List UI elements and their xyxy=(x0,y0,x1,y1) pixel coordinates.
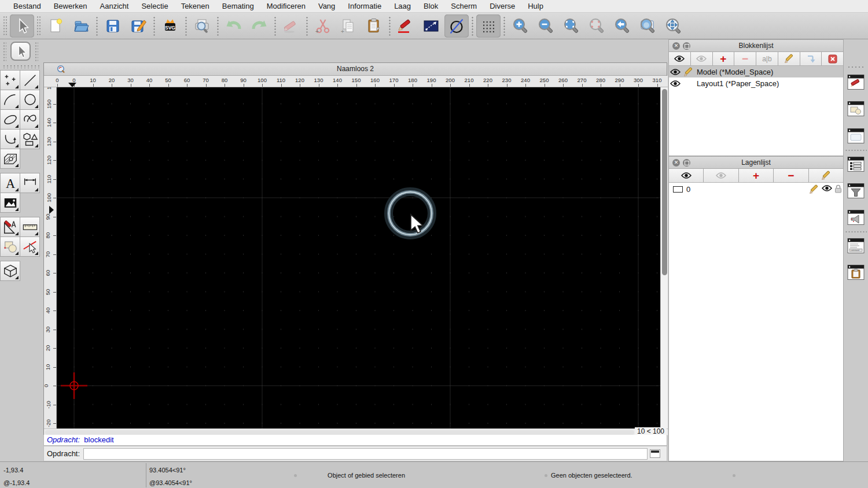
dimension-tool-button[interactable] xyxy=(20,173,40,193)
save-button[interactable] xyxy=(101,14,125,38)
menu-item-tekenen[interactable]: Tekenen xyxy=(175,2,216,10)
hide-all-blocks-button[interactable] xyxy=(691,52,713,65)
points-tool-button[interactable] xyxy=(0,70,20,90)
open-drawing-button[interactable] xyxy=(69,14,93,38)
toolbar-handle[interactable] xyxy=(3,42,6,61)
menu-item-hulp[interactable]: Hulp xyxy=(521,2,550,10)
select-tool-button[interactable] xyxy=(10,14,34,38)
show-all-layers-button[interactable] xyxy=(669,169,704,182)
remove-block-button[interactable]: − xyxy=(734,52,756,65)
hatch-tool-button[interactable] xyxy=(0,149,20,169)
zoom-window-button[interactable] xyxy=(635,14,660,38)
layer-color-swatch[interactable] xyxy=(673,186,683,193)
toolbar-handle[interactable] xyxy=(3,16,8,36)
zoom-auto-button[interactable] xyxy=(559,14,583,38)
dock-handle[interactable] xyxy=(847,66,865,69)
menu-item-vang[interactable]: Vang xyxy=(312,2,341,10)
arc-tool-button[interactable] xyxy=(0,90,20,110)
insert-block-button[interactable] xyxy=(800,52,822,65)
command-window-toggle[interactable]: command xyxy=(847,236,865,255)
zoom-out-button[interactable] xyxy=(534,14,558,38)
delete-block-button[interactable] xyxy=(822,52,843,65)
eye-icon[interactable] xyxy=(822,184,832,192)
text-tool-button[interactable]: A xyxy=(0,173,20,193)
block-list-row[interactable]: Layout1 (*Paper_Space) xyxy=(669,77,843,89)
eye-icon[interactable] xyxy=(669,68,682,76)
save-as-button[interactable] xyxy=(126,14,150,38)
horizontal-scrollbar-thumb[interactable] xyxy=(45,430,634,435)
polyline-tool-button[interactable] xyxy=(0,129,20,149)
svg-export-button[interactable]: SVG xyxy=(158,14,182,38)
spline-tool-button[interactable] xyxy=(20,109,40,130)
menu-item-laag[interactable]: Laag xyxy=(388,2,417,10)
toolbar-handle[interactable] xyxy=(35,42,38,61)
block-3d-tool-button[interactable] xyxy=(0,261,20,281)
menu-item-aanzicht[interactable]: Aanzicht xyxy=(94,2,135,10)
undo-button[interactable] xyxy=(222,14,246,38)
redo-button[interactable] xyxy=(247,14,271,38)
distance-button[interactable] xyxy=(419,14,443,38)
remove-layer-button[interactable]: − xyxy=(774,169,808,182)
modify-tool-button[interactable] xyxy=(0,217,20,237)
blocks-window-toggle[interactable] xyxy=(847,99,865,118)
library-window-toggle[interactable] xyxy=(847,127,865,145)
hide-all-layers-button[interactable] xyxy=(704,169,738,182)
order-tool-button[interactable] xyxy=(0,236,20,257)
new-drawing-button[interactable] xyxy=(43,14,68,38)
block-list-row[interactable]: Model (*Model_Space) xyxy=(669,66,843,77)
measure-tool-button[interactable] xyxy=(20,217,40,237)
menu-item-blok[interactable]: Blok xyxy=(417,2,444,10)
line-tool-button[interactable] xyxy=(20,70,40,90)
menu-item-selectie[interactable]: Selectie xyxy=(135,2,174,10)
draft-mode-toggle[interactable] xyxy=(444,14,469,38)
drawing-canvas[interactable] xyxy=(57,87,660,428)
notify-window-toggle[interactable] xyxy=(847,208,865,227)
paste-button[interactable] xyxy=(362,14,386,38)
clipboard-window-toggle[interactable] xyxy=(847,263,865,282)
pen-window-toggle[interactable] xyxy=(847,73,865,91)
eye-icon[interactable] xyxy=(669,80,682,87)
pen-button[interactable] xyxy=(393,14,418,38)
zoom-in-button[interactable] xyxy=(508,14,532,38)
vertical-scrollbar-thumb[interactable] xyxy=(662,89,667,275)
select-entity-tool-button[interactable] xyxy=(20,236,40,257)
circle-tool-button[interactable] xyxy=(20,90,40,110)
menu-item-scherm[interactable]: Scherm xyxy=(444,2,483,10)
layerlist-window-toggle[interactable] xyxy=(847,155,865,173)
pencil-icon[interactable] xyxy=(809,184,819,194)
pan-button[interactable] xyxy=(661,14,685,38)
menu-item-bemating[interactable]: Bemating xyxy=(216,2,260,10)
detach-command-widget-button[interactable] xyxy=(650,449,660,458)
zoom-selection-button[interactable] xyxy=(584,14,609,38)
layer-list-row[interactable]: 0 xyxy=(669,183,843,195)
menu-item-informatie[interactable]: Informatie xyxy=(341,2,388,10)
image-tool-button[interactable] xyxy=(0,193,20,213)
add-block-button[interactable]: + xyxy=(713,52,735,65)
menu-item-bewerken[interactable]: Bewerken xyxy=(47,2,94,10)
delete-button[interactable] xyxy=(279,14,303,38)
menu-item-modificeren[interactable]: Modificeren xyxy=(260,2,312,10)
vertical-scrollbar[interactable] xyxy=(660,87,668,428)
filter-window-toggle[interactable] xyxy=(847,182,865,200)
select-tool-button[interactable] xyxy=(10,42,31,61)
lock-icon[interactable] xyxy=(834,184,842,193)
menu-item-diverse[interactable]: Diverse xyxy=(483,2,521,10)
edit-layer-button[interactable] xyxy=(809,169,843,182)
rename-block-button[interactable]: a|b xyxy=(756,52,778,65)
show-all-blocks-button[interactable] xyxy=(669,52,691,65)
cut-button[interactable]: + xyxy=(311,14,335,38)
palette-handle[interactable] xyxy=(2,65,41,68)
edit-block-button[interactable] xyxy=(778,52,800,65)
add-layer-button[interactable]: + xyxy=(739,169,774,182)
ellipse-tool-button[interactable] xyxy=(0,109,20,130)
shapes-tool-button[interactable] xyxy=(20,129,40,149)
copy-button[interactable]: + xyxy=(336,14,361,38)
drawing-window-titlebar[interactable]: Naamloos 2 xyxy=(44,63,667,76)
zoom-in-icon xyxy=(512,17,529,35)
command-input[interactable] xyxy=(83,448,648,460)
menu-item-bestand[interactable]: Bestand xyxy=(7,2,47,10)
toolbar-handle[interactable] xyxy=(36,16,41,36)
zoom-previous-button[interactable] xyxy=(610,14,634,38)
grid-toggle[interactable] xyxy=(476,14,501,38)
print-preview-button[interactable] xyxy=(190,14,214,38)
